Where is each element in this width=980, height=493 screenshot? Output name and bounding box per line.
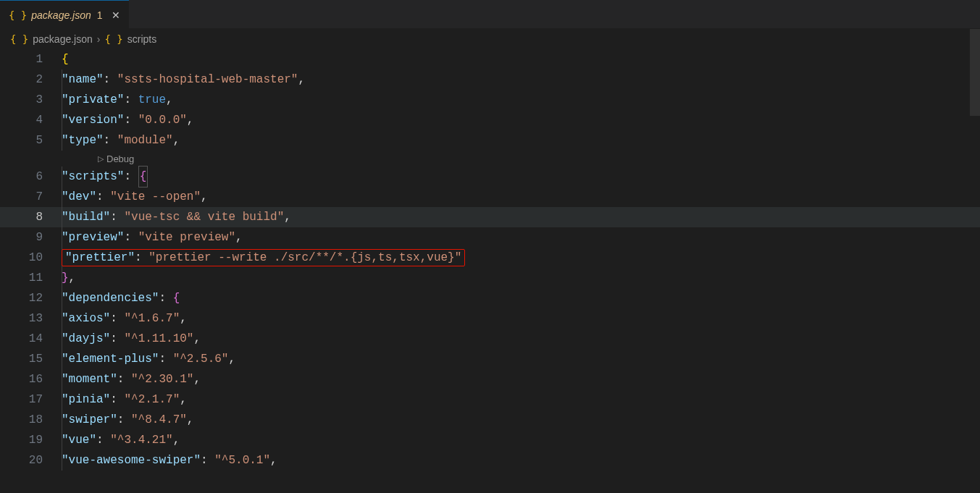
code-line[interactable]: 11 }, — [0, 268, 980, 288]
close-icon[interactable]: ✕ — [112, 9, 120, 21]
code-line[interactable]: 7 "dev": "vite --open", — [0, 187, 980, 207]
codelens-label: Debug — [106, 153, 134, 164]
line-number: 2 — [0, 69, 62, 90]
line-number: 16 — [0, 369, 62, 389]
code-line[interactable]: 9 "preview": "vite preview", — [0, 227, 980, 248]
line-number: 15 — [0, 349, 62, 369]
line-number: 6 — [0, 167, 62, 187]
code-line[interactable]: 19 "vue": "^3.4.21", — [0, 430, 980, 450]
code-line[interactable]: 5 "type": "module", — [0, 130, 980, 151]
line-number: 14 — [0, 329, 62, 349]
tab-modified-badge: 1 — [97, 9, 103, 21]
line-number: 11 — [0, 268, 62, 288]
code-line[interactable]: 18 "swiper": "^8.4.7", — [0, 410, 980, 430]
code-line[interactable]: 3 "private": true, — [0, 90, 980, 110]
tab-bar: { } package.json 1 ✕ — [0, 0, 980, 29]
line-number: 5 — [0, 130, 62, 151]
code-line[interactable]: 1 { — [0, 49, 980, 69]
code-editor[interactable]: 1 { 2 "name": "ssts-hospital-web-master"… — [0, 49, 980, 471]
vertical-scrollbar[interactable] — [970, 29, 980, 116]
code-line[interactable]: 20 "vue-awesome-swiper": "^5.0.1", — [0, 450, 980, 471]
line-number: 19 — [0, 430, 62, 450]
tab-title: package.json — [31, 9, 91, 21]
code-line[interactable]: 2 "name": "ssts-hospital-web-master", — [0, 69, 980, 90]
chevron-right-icon: › — [97, 33, 101, 45]
line-number: 10 — [0, 248, 62, 268]
code-line[interactable]: 10 "prettier": "prettier --write ./src/*… — [0, 248, 980, 268]
line-number: 9 — [0, 227, 62, 248]
code-line[interactable]: 12 "dependencies": { — [0, 288, 980, 308]
json-file-icon: { } — [9, 9, 27, 21]
line-number: 17 — [0, 389, 62, 410]
breadcrumb-path: scripts — [127, 33, 156, 45]
line-number: 4 — [0, 110, 62, 130]
code-line[interactable]: 14 "dayjs": "^1.11.10", — [0, 329, 980, 349]
code-line[interactable]: 6 "scripts": { — [0, 167, 980, 187]
codelens-debug[interactable]: ▷ Debug — [0, 151, 980, 167]
line-number: 12 — [0, 288, 62, 308]
breadcrumb-file: package.json — [33, 33, 93, 45]
tab-package-json[interactable]: { } package.json 1 ✕ — [0, 0, 129, 29]
highlight-box: "prettier": "prettier --write ./src/**/*… — [62, 249, 465, 266]
line-number: 8 — [0, 207, 62, 227]
braces-icon: { } — [104, 33, 122, 45]
line-number: 13 — [0, 308, 62, 329]
code-line[interactable]: 17 "pinia": "^2.1.7", — [0, 389, 980, 410]
code-line[interactable]: 8 "build": "vue-tsc && vite build", — [0, 207, 980, 227]
code-line[interactable]: 16 "moment": "^2.30.1", — [0, 369, 980, 389]
line-number: 7 — [0, 187, 62, 207]
breadcrumb[interactable]: { } package.json › { } scripts — [0, 29, 980, 49]
code-line[interactable]: 4 "version": "0.0.0", — [0, 110, 980, 130]
json-file-icon: { } — [10, 33, 28, 45]
line-number: 1 — [0, 49, 62, 69]
line-number: 18 — [0, 410, 62, 430]
code-line[interactable]: 13 "axios": "^1.6.7", — [0, 308, 980, 329]
line-number: 3 — [0, 90, 62, 110]
play-icon: ▷ — [98, 154, 104, 164]
line-number: 20 — [0, 450, 62, 471]
code-line[interactable]: 15 "element-plus": "^2.5.6", — [0, 349, 980, 369]
